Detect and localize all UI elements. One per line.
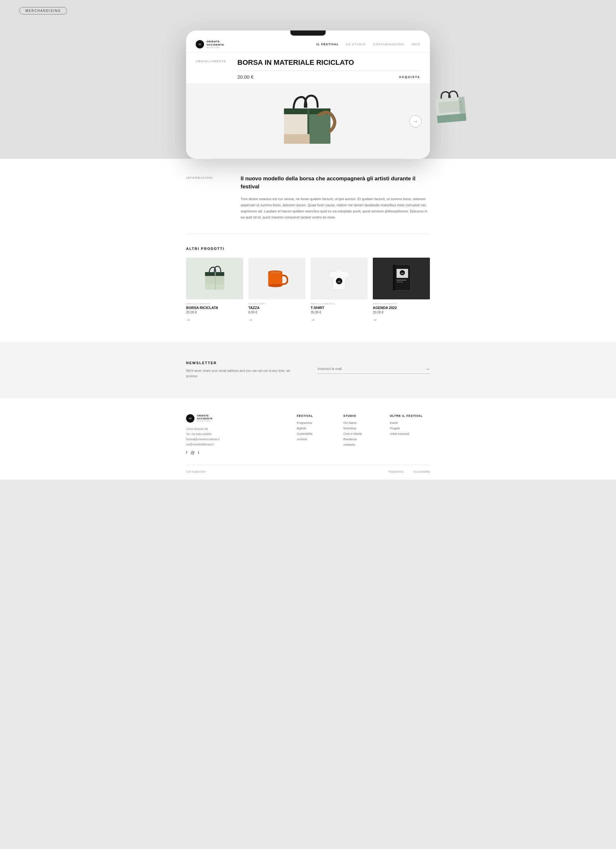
footer-link-artistiche[interactable]: Artistiche (343, 443, 383, 446)
buy-button[interactable]: ACQUISTA (399, 75, 420, 79)
tablet-nav: OO ORIENTE OCCIDENTE IN CULTURE IL FESTI… (186, 36, 430, 52)
footer-link-chi-siamo[interactable]: Chi Siamo (343, 421, 383, 424)
other-products-section: ALTRI PRODOTTI ABBIGLIAMENTO BORSA RICIC… (186, 234, 430, 342)
merchandising-badge: MERCHANDISING (19, 7, 597, 15)
info-heading: Il nuovo modello della borsa che accompa… (241, 175, 430, 191)
info-label: INFORMAZIONI (186, 175, 228, 220)
nav-lo-studio[interactable]: LO STUDIO (346, 43, 366, 46)
footer-trasparenza[interactable]: Trasparenza (388, 470, 403, 473)
footer-accountability[interactable]: Accountability (413, 470, 430, 473)
product-card-img-3: OO (311, 258, 368, 299)
info-section: INFORMAZIONI Il nuovo modello della bors… (186, 159, 430, 233)
newsletter-desc: We'll never share your email address and… (186, 368, 298, 379)
product-card-img-1 (186, 258, 243, 299)
product-card-price-2: 8.00 € (248, 311, 305, 314)
footer-logo-column: OO ORIENTE OCCIDENTE IN CULTURE Corso Ro… (186, 414, 244, 455)
svg-rect-20 (393, 265, 395, 290)
nav-il-festival[interactable]: IL FESTIVAL (316, 43, 339, 46)
footer-link-progetti[interactable]: Progetti (390, 427, 430, 430)
footer-link-archivio[interactable]: Archivio (297, 438, 337, 441)
nav-contaminazioni[interactable]: CONTAMINAZIONI (373, 43, 404, 46)
product-card-name-1: BORSA RICICLATA (186, 306, 243, 310)
footer-studio-column: STUDIO Chi Siamo Workshop Corsi e Attivi… (343, 414, 383, 455)
info-content: Il nuovo modello della borsa che accompa… (241, 175, 430, 220)
footer-col-title-studio: STUDIO (343, 414, 383, 417)
instagram-icon[interactable]: @ (190, 450, 195, 455)
newsletter-title: NEWSLETTER (186, 361, 298, 365)
product-card-category-4: ABBIGLIAMENTO (373, 302, 430, 305)
tablet-notch (290, 30, 326, 36)
svg-rect-12 (215, 272, 216, 290)
tablet-product-image: → (186, 83, 430, 159)
email-input[interactable] (318, 367, 425, 371)
tablet-frame: OO ORIENTE OCCIDENTE IN CULTURE IL FESTI… (186, 30, 430, 159)
product-card-category-1: ABBIGLIAMENTO (186, 302, 243, 305)
product-card-category-3: ABBIGLIAMENTO (311, 302, 368, 305)
product-title: BORSA IN MATERIALE RICICLATO (237, 58, 420, 67)
product-category: ABBIGLIAMENTO (196, 58, 237, 63)
footer-link-eventi[interactable]: Eventi (390, 421, 430, 424)
footer-link-corsi[interactable]: Corsi e Attività (343, 432, 383, 435)
product-bag-svg (273, 89, 343, 153)
product-card-name-2: TAZZA (248, 306, 305, 310)
footer-oltre-column: OLTRE IL FESTIVAL Eventi Progetti Artist… (390, 414, 430, 455)
product-card-price-1: 20.00 € (186, 311, 243, 314)
other-products-title: ALTRI PRODOTTI (186, 247, 430, 250)
svg-text:OO: OO (338, 281, 341, 283)
product-card-price-4: 20.00 € (373, 311, 430, 314)
products-grid: ABBIGLIAMENTO BORSA RICICLATA 20.00 € → (186, 258, 430, 322)
product-card-img-2 (248, 258, 305, 299)
product-card-price-3: 35.00 € (311, 311, 368, 314)
product-card-name-4: AGENDA 2022 (373, 306, 430, 310)
floating-bag-image (430, 88, 472, 130)
footer-link-workshop[interactable]: Workshop (343, 427, 383, 430)
product-card-img-4: OO (373, 258, 430, 299)
footer-link-programma[interactable]: Programma (297, 421, 337, 424)
tablet-nav-links: IL FESTIVAL LO STUDIO CONTAMINAZIONI INF… (316, 43, 420, 46)
newsletter-right: → (318, 366, 430, 374)
product-card-category-2: ACCESSORI (248, 302, 305, 305)
product-card-2: ACCESSORI TAZZA 8.00 € → (248, 258, 305, 322)
svg-point-15 (268, 284, 282, 287)
footer-contact: Corso Rosmini 58 Tel +39 0464 433950 fes… (186, 426, 244, 447)
product-card-arrow-1[interactable]: → (186, 317, 190, 322)
product-card-arrow-4[interactable]: → (373, 317, 377, 322)
tablet-product-header: ABBIGLIAMENTO BORSA IN MATERIALE RICICLA… (186, 52, 430, 83)
product-card-arrow-2[interactable]: → (248, 317, 253, 322)
footer-link-sostenibilita[interactable]: Sostenibilità (297, 432, 337, 435)
footer-social: f @ t (186, 450, 244, 455)
carousel-next-arrow[interactable]: → (409, 115, 421, 127)
product-card-3: OO ABBIGLIAMENTO T-SHIRT 35.00 € → (311, 258, 368, 322)
email-submit-button[interactable]: → (425, 366, 430, 372)
info-body: Tum dicere exarsus est cur verear, ne fo… (241, 196, 430, 221)
email-form: → (318, 366, 430, 374)
footer-festival-column: FESTIVAL Programma Biglietti Sostenibili… (297, 414, 337, 455)
newsletter-section: NEWSLETTER We'll never share your email … (0, 342, 616, 398)
newsletter-left: NEWSLETTER We'll never share your email … (186, 361, 298, 379)
svg-rect-8 (284, 134, 309, 144)
footer-patrocinio: Con il patrocinio (186, 470, 206, 473)
product-price: 20.00 € (237, 74, 253, 80)
footer-link-residenze[interactable]: Residenze (343, 438, 383, 441)
nav-info[interactable]: INFO (412, 43, 421, 46)
svg-rect-13 (268, 272, 282, 286)
footer-link-artisti[interactable]: Artisti Associati (390, 432, 430, 435)
product-card-1: ABBIGLIAMENTO BORSA RICICLATA 20.00 € → (186, 258, 243, 322)
footer-bottom: Con il patrocinio Trasparenza Accountabi… (186, 465, 430, 473)
svg-text:OO: OO (401, 273, 403, 274)
product-card-arrow-3[interactable]: → (311, 317, 315, 322)
footer-link-biglietti[interactable]: Biglietti (297, 427, 337, 430)
tablet-logo: OO ORIENTE OCCIDENTE IN CULTURE (196, 40, 224, 48)
svg-rect-25 (397, 282, 403, 282)
footer: OO ORIENTE OCCIDENTE IN CULTURE Corso Ro… (0, 398, 616, 480)
svg-point-16 (269, 271, 281, 273)
product-card-name-3: T-SHIRT (311, 306, 368, 310)
facebook-icon[interactable]: f (186, 450, 187, 455)
svg-rect-24 (397, 280, 406, 280)
twitter-icon[interactable]: t (198, 450, 199, 455)
product-card-4: OO ABBIGLIAMENTO AGENDA 2022 20.00 € → (373, 258, 430, 322)
footer-col-title-oltre: OLTRE IL FESTIVAL (390, 414, 430, 417)
footer-col-title-festival: FESTIVAL (297, 414, 337, 417)
